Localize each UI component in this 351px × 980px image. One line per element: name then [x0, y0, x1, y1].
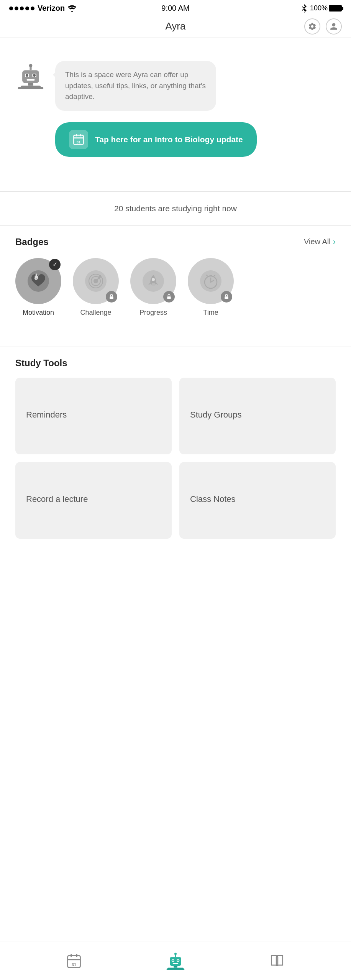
svg-rect-24	[110, 296, 113, 299]
svg-point-50	[174, 952, 177, 955]
svg-point-3	[26, 74, 28, 77]
wifi-icon	[68, 5, 76, 12]
bottom-nav-ayra[interactable]	[158, 947, 193, 975]
bottom-nav-calendar[interactable]: 31	[56, 947, 92, 975]
svg-rect-53	[167, 968, 169, 970]
svg-text:31: 31	[72, 962, 76, 967]
badge-label-progress: Progress	[139, 309, 167, 317]
signal-dot-2	[15, 7, 18, 10]
person-icon	[330, 22, 338, 31]
svg-rect-34	[209, 275, 212, 276]
status-time: 9:00 AM	[161, 4, 189, 13]
badge-circle-challenge	[73, 258, 119, 304]
gear-icon	[308, 22, 317, 31]
svg-rect-29	[167, 296, 171, 299]
badge-circle-progress	[130, 258, 176, 304]
badge-label-motivation: Motivation	[23, 309, 54, 317]
svg-rect-10	[18, 87, 21, 89]
robot-svg	[17, 63, 44, 90]
svg-rect-9	[21, 86, 41, 89]
svg-rect-27	[152, 283, 155, 286]
status-bar: Verizon 9:00 AM 100%	[0, 0, 351, 15]
tool-record-lecture[interactable]: Record a lecture	[15, 462, 172, 539]
bottom-spacer	[0, 549, 351, 588]
badges-title: Badges	[15, 237, 49, 247]
bottom-nav: 31	[0, 942, 351, 980]
bottom-nav-notes[interactable]	[259, 947, 295, 975]
progress-icon	[142, 270, 165, 293]
chat-row: This is a space were Ayra can offer up u…	[15, 61, 216, 111]
calendar-nav-icon: 31	[64, 951, 84, 971]
check-icon: ✓	[49, 259, 61, 270]
view-all-button[interactable]: View All ›	[304, 237, 336, 247]
badge-label-challenge: Challenge	[80, 309, 111, 317]
calendar-icon: 31	[69, 130, 88, 149]
speech-bubble: This is a space were Ayra can offer up u…	[55, 61, 216, 111]
svg-rect-43	[170, 957, 181, 966]
badge-time[interactable]: Time	[188, 258, 234, 317]
badge-motivation[interactable]: ✓ Motivation	[15, 258, 61, 317]
badge-circle-time	[188, 258, 234, 304]
svg-rect-48	[173, 963, 178, 964]
badge-circle-motivation: ✓	[15, 258, 61, 304]
svg-rect-13	[74, 137, 84, 138]
signal-dot-1	[9, 7, 13, 10]
lock-icon-challenge	[106, 291, 117, 303]
bubble-text: This is a space were Ayra can offer up u…	[65, 71, 206, 100]
calendar-svg: 31	[72, 133, 85, 146]
chat-section: This is a space were Ayra can offer up u…	[0, 38, 351, 172]
tool-study-groups[interactable]: Study Groups	[179, 378, 336, 454]
svg-point-47	[177, 960, 179, 961]
status-right: 100%	[302, 4, 342, 13]
badges-header: Badges View All ›	[15, 237, 336, 247]
time-icon	[199, 270, 222, 293]
svg-rect-54	[182, 968, 184, 970]
battery-percentage: 100%	[310, 4, 328, 12]
battery-icon	[329, 5, 342, 12]
tool-reminders[interactable]: Reminders	[15, 378, 172, 454]
robot-icon	[15, 61, 46, 92]
studying-text: 20 students are studying right now	[114, 204, 237, 213]
nav-icons	[304, 18, 342, 35]
badges-row: ✓ Motivation	[15, 258, 336, 317]
svg-point-46	[172, 960, 174, 961]
battery-indicator: 100%	[310, 4, 342, 12]
svg-rect-39	[67, 959, 80, 960]
svg-point-28	[152, 278, 155, 281]
lock-icon-time	[221, 291, 232, 303]
tool-class-notes[interactable]: Class Notes	[179, 462, 336, 539]
carrier-label: Verizon	[38, 4, 65, 13]
signal-dot-3	[20, 7, 24, 10]
tool-notes-label: Class Notes	[190, 494, 325, 504]
tool-study-groups-label: Study Groups	[190, 410, 325, 420]
badge-challenge[interactable]: Challenge	[73, 258, 119, 317]
book-nav-svg	[269, 953, 285, 970]
profile-button[interactable]	[326, 18, 342, 35]
svg-point-4	[33, 74, 36, 77]
svg-rect-5	[27, 79, 35, 81]
robot-nav-svg	[166, 952, 185, 970]
battery-fill	[330, 6, 341, 11]
badges-section: Badges View All › ✓ M	[0, 226, 351, 327]
badge-progress[interactable]: Progress	[130, 258, 176, 317]
book-nav-icon	[267, 951, 287, 971]
badge-label-time: Time	[203, 309, 218, 317]
svg-rect-0	[22, 70, 39, 83]
svg-rect-8	[28, 83, 33, 86]
study-tools-section: Study Tools Reminders Study Groups Recor…	[0, 347, 351, 549]
tool-reminders-label: Reminders	[26, 410, 161, 420]
cta-button[interactable]: 31 Tap here for an Intro to Biology upda…	[55, 122, 257, 157]
robot-nav-icon	[166, 951, 185, 971]
tools-grid: Reminders Study Groups Record a lecture …	[15, 378, 336, 539]
main-content: This is a space were Ayra can offer up u…	[0, 38, 351, 588]
signal-dot-5	[31, 7, 34, 10]
top-nav: Ayra	[0, 15, 351, 38]
status-left: Verizon	[9, 4, 76, 13]
svg-rect-52	[167, 967, 184, 970]
studying-banner: 20 students are studying right now	[0, 192, 351, 226]
view-all-label: View All	[304, 237, 331, 246]
svg-rect-37	[225, 296, 228, 299]
signal-dot-4	[25, 7, 29, 10]
svg-point-7	[29, 64, 33, 67]
settings-button[interactable]	[304, 18, 320, 35]
